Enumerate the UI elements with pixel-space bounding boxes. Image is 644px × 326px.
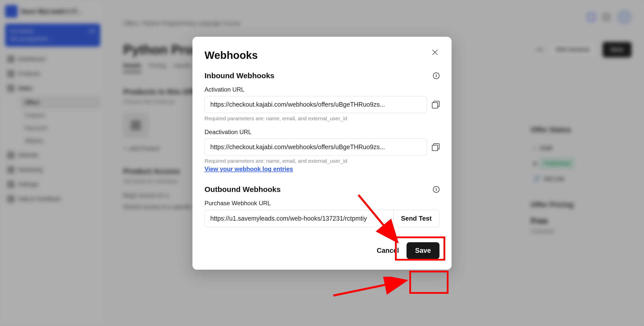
modal-title: Webhooks xyxy=(205,49,439,61)
view-log-link[interactable]: View your webhook log entries xyxy=(205,166,293,172)
inbound-heading: Inbound Webhooks xyxy=(205,71,274,80)
activation-hint: Required parameters are: name, email, an… xyxy=(205,115,439,121)
info-icon[interactable]: i xyxy=(433,186,439,193)
info-icon[interactable]: i xyxy=(433,72,439,79)
copy-icon[interactable] xyxy=(432,143,439,151)
activation-url-input[interactable] xyxy=(205,96,427,113)
activation-label: Activation URL xyxy=(205,86,439,93)
deactivation-hint: Required parameters are: name, email, an… xyxy=(205,158,439,164)
save-button[interactable]: Save xyxy=(407,242,439,259)
send-test-button[interactable]: Send Test xyxy=(393,210,439,227)
webhooks-modal: Webhooks Inbound Webhooks i Activation U… xyxy=(192,37,452,270)
close-icon[interactable] xyxy=(431,49,438,56)
copy-icon[interactable] xyxy=(432,101,439,108)
cancel-button[interactable]: Cancel xyxy=(377,247,399,255)
purchase-label: Purchase Webhook URL xyxy=(205,200,439,207)
outbound-heading: Outbound Webhooks xyxy=(205,185,281,194)
purchase-url-input[interactable] xyxy=(205,210,393,227)
deactivation-url-input[interactable] xyxy=(205,139,427,155)
deactivation-label: Deactivation URL xyxy=(205,129,439,136)
